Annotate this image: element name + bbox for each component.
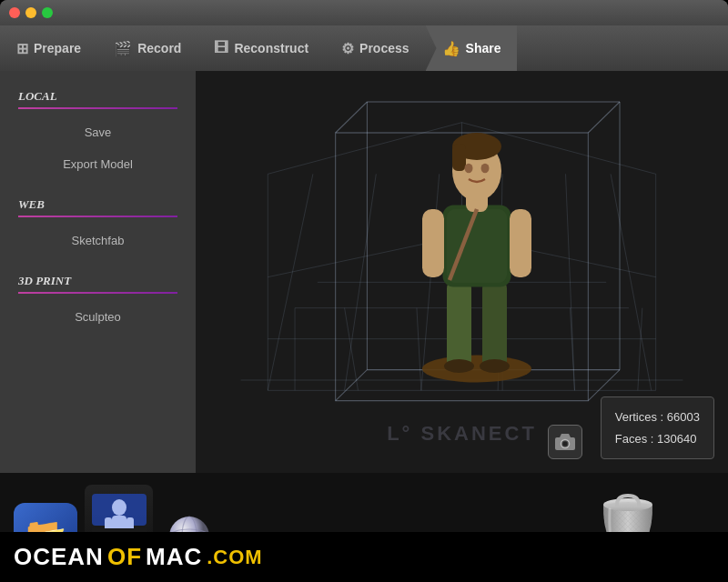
svg-rect-35	[482, 280, 507, 369]
svg-marker-50	[560, 434, 571, 437]
nav-record-label: Record	[137, 41, 181, 55]
stats-box: Vertices : 66003 Faces : 130640	[601, 396, 714, 459]
local-divider	[18, 107, 177, 109]
close-button[interactable]	[9, 7, 20, 18]
taskbar: 📂	[0, 473, 728, 582]
web-divider	[18, 216, 177, 217]
svg-rect-39	[447, 209, 507, 283]
svg-point-47	[464, 164, 472, 174]
vertices-row: Vertices : 66003	[615, 406, 700, 427]
titlebar	[0, 0, 728, 25]
nav-reconstruct-label: Reconstruct	[234, 41, 308, 55]
print-divider	[18, 292, 177, 294]
svg-line-27	[336, 370, 368, 401]
vertices-value: 66003	[667, 410, 700, 424]
process-icon: ⚙	[341, 40, 354, 57]
faces-value: 130640	[657, 432, 696, 446]
faces-row: Faces : 130640	[615, 428, 700, 449]
viewport: L° SKANECT Vertices : 66003 Faces :	[196, 71, 728, 473]
share-icon: 👍	[442, 40, 460, 57]
web-section: Web Sketchfab	[0, 193, 196, 255]
svg-point-52	[563, 442, 568, 447]
nav-share-label: Share	[466, 41, 501, 55]
reconstruct-icon: 🎞	[214, 40, 228, 56]
sketchfab-button[interactable]: Sketchfab	[0, 226, 196, 255]
navbar: ⊞ Prepare 🎬 Record 🎞 Reconstruct ⚙ Proce…	[0, 25, 728, 71]
svg-line-26	[588, 102, 620, 133]
svg-rect-40	[422, 209, 444, 277]
svg-rect-41	[510, 209, 531, 277]
ocean-text: OCEAN	[14, 543, 104, 571]
svg-line-22	[570, 308, 574, 391]
camera-button[interactable]	[548, 425, 582, 459]
svg-line-4	[268, 174, 313, 390]
camera-icon	[555, 434, 575, 450]
vertices-label: Vertices :	[615, 410, 663, 424]
nav-process-label: Process	[359, 41, 409, 55]
svg-line-23	[638, 308, 642, 391]
prepare-icon: ⊞	[16, 40, 28, 57]
com-text: .COM	[207, 546, 262, 569]
svg-point-36	[444, 359, 474, 373]
nav-reconstruct[interactable]: 🎞 Reconstruct	[197, 25, 325, 71]
web-section-title: Web	[0, 193, 196, 216]
local-section-title: Local	[0, 85, 196, 107]
svg-point-54	[112, 499, 126, 516]
main-content: Local Save Export Model Web Sketchfab 3D…	[0, 71, 728, 473]
nav-prepare[interactable]: ⊞ Prepare	[0, 25, 97, 71]
svg-line-25	[336, 102, 368, 133]
save-button[interactable]: Save	[0, 118, 196, 146]
record-icon: 🎬	[114, 40, 132, 57]
svg-line-5	[345, 174, 377, 390]
branding-bar: OCEAN OF MAC .COM	[0, 532, 728, 582]
faces-label: Faces :	[615, 432, 654, 446]
of-text: OF	[107, 543, 142, 571]
print-section-title: 3D Print	[0, 269, 196, 292]
svg-rect-34	[447, 280, 471, 369]
left-panel: Local Save Export Model Web Sketchfab 3D…	[0, 71, 196, 473]
print-section: 3D Print Sculpteo	[0, 269, 196, 331]
svg-line-19	[345, 308, 359, 391]
svg-line-8	[566, 174, 575, 390]
sculpteo-button[interactable]: Sculpteo	[0, 303, 196, 331]
minimize-button[interactable]	[25, 7, 36, 18]
svg-point-48	[480, 164, 489, 174]
nav-record[interactable]: 🎬 Record	[97, 25, 197, 71]
maximize-button[interactable]	[42, 7, 53, 18]
svg-rect-45	[452, 144, 466, 171]
svg-point-33	[422, 356, 531, 383]
svg-line-9	[611, 174, 652, 390]
main-window: ⊞ Prepare 🎬 Record 🎞 Reconstruct ⚙ Proce…	[0, 0, 728, 473]
viewport-watermark: L° SKANECT	[387, 422, 537, 446]
local-section: Local Save Export Model	[0, 85, 196, 178]
nav-prepare-label: Prepare	[34, 41, 81, 55]
mac-text: MAC	[146, 543, 202, 571]
nav-process[interactable]: ⚙ Process	[325, 25, 425, 71]
export-model-button[interactable]: Export Model	[0, 150, 196, 178]
model-figure	[404, 116, 550, 389]
nav-share[interactable]: 👍 Share	[426, 25, 518, 71]
svg-point-37	[480, 359, 510, 373]
